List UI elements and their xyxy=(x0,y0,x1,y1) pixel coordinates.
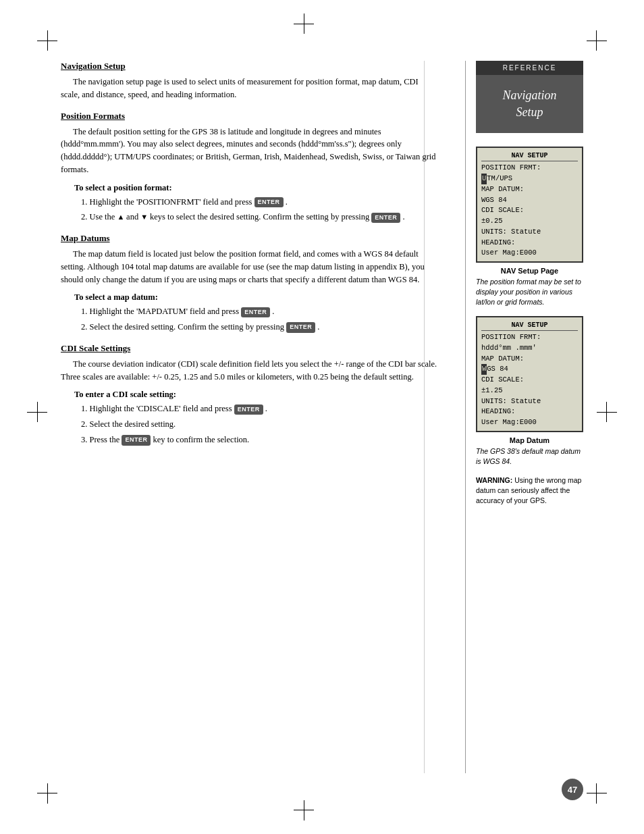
datum-step2: 2. Select the desired setting. Confirm t… xyxy=(81,321,438,334)
map-datums-body: The map datum field is located just belo… xyxy=(61,248,438,286)
screen1-row4: WGS 84 xyxy=(481,195,578,206)
screen1-caption: The position format may be set to displa… xyxy=(476,277,583,307)
enter-button-5: ENTER xyxy=(234,405,263,415)
datum-step2-text: 2. Select the desired setting. Confirm t… xyxy=(81,322,284,332)
nav-setup-title: NavigationSetup xyxy=(503,88,557,119)
nav-setup-heading: Navigation Setup xyxy=(61,61,438,72)
screen2-row3: MAP DATUM: xyxy=(481,354,578,365)
select-position-subheading: To select a position format: xyxy=(74,183,438,193)
step2-pre: 2. Use the xyxy=(81,212,115,221)
screen2-row2: hddd°mm .mmm' xyxy=(481,343,578,354)
screen2-caption-bold: Map Datum xyxy=(476,436,583,444)
screen1-row3: MAP DATUM: xyxy=(481,184,578,195)
gps-screen-2: NAV SETUP POSITION FRMT: hddd°mm .mmm' M… xyxy=(476,316,583,432)
gps-screen-1: NAV SETUP POSITION FRMT: UTM/UPS MAP DAT… xyxy=(476,147,583,263)
nav-setup-body: The navigation setup page is used to sel… xyxy=(61,76,438,101)
screen1-row8: HEADING: xyxy=(481,238,578,249)
screen2-caption: The GPS 38's default map datum is WGS 84… xyxy=(476,446,583,466)
nav-setup-title-box: NavigationSetup xyxy=(476,75,583,133)
cdi-step3-text: 3. Press the xyxy=(81,435,119,444)
map-datums-heading: Map Datums xyxy=(61,233,438,244)
left-column: Navigation Setup The navigation setup pa… xyxy=(61,61,445,773)
right-column: REFERENCE NavigationSetup NAV SETUP POSI… xyxy=(465,61,583,773)
enter-button-4: ENTER xyxy=(286,322,315,333)
up-arrow-icon: ▲ xyxy=(117,213,126,221)
cdi-step1: 1. Highlight the 'CDISCALE' field and pr… xyxy=(81,402,438,415)
screen2-row8: HEADING: xyxy=(481,407,578,417)
cdi-step3-post: key to confirm the selection. xyxy=(153,435,250,444)
position-step1: 1. Highlight the 'POSITIONFRMT' field an… xyxy=(81,196,438,209)
screen1-row1: POSITION FRMT: xyxy=(481,163,578,174)
enter-button-6: ENTER xyxy=(122,435,151,446)
position-step1-text: 1. Highlight the 'POSITIONFRMT' field an… xyxy=(81,197,252,207)
screen1-row2: UTM/UPS xyxy=(481,174,578,184)
step2-mid: and xyxy=(126,212,138,221)
enter-button-3: ENTER xyxy=(241,307,270,318)
cdi-step2: 2. Select the desired setting. xyxy=(81,418,438,431)
screen1-caption-bold: NAV Setup Page xyxy=(476,267,583,275)
screen2-row6: ±1.25 xyxy=(481,386,578,396)
screen1-row9: User Mag:E000 xyxy=(481,248,578,259)
datum-step1-text: 1. Highlight the 'MAPDATUM' field and pr… xyxy=(81,307,239,316)
position-formats-heading: Position Formats xyxy=(61,111,438,122)
enter-button-2: ENTER xyxy=(371,213,400,224)
screen2-row4: WGS 84 xyxy=(481,364,578,375)
datum-step1: 1. Highlight the 'MAPDATUM' field and pr… xyxy=(81,305,438,318)
select-datum-subheading: To select a map datum: xyxy=(74,292,438,303)
step2-post: keys to select the desired setting. Conf… xyxy=(150,212,369,221)
cdi-scale-subheading: To enter a CDI scale setting: xyxy=(74,390,438,400)
reference-tab: REFERENCE xyxy=(476,61,583,75)
period-1: . xyxy=(286,197,288,207)
screen2-row1: POSITION FRMT: xyxy=(481,332,578,343)
page-number: 47 xyxy=(562,779,583,800)
position-step2: 2. Use the ▲ and ▼ keys to select the de… xyxy=(81,211,438,224)
screen1-row7: UNITS: Statute xyxy=(481,227,578,238)
cdi-scale-heading: CDI Scale Settings xyxy=(61,343,438,354)
screen2-row7: UNITS: Statute xyxy=(481,396,578,407)
screen2-row5: CDI SCALE: xyxy=(481,375,578,386)
screen2-title: NAV SETUP xyxy=(481,320,578,331)
screen2-row9: User Mag:E000 xyxy=(481,417,578,428)
screen1-row5: CDI SCALE: xyxy=(481,205,578,216)
enter-button-1: ENTER xyxy=(254,197,284,208)
screen1-row6: ±0.25 xyxy=(481,216,578,227)
warning-text: WARNING: Using the wrong map datum can s… xyxy=(476,475,583,505)
warning-label: WARNING: xyxy=(476,476,512,484)
cdi-step2-text: 2. Select the desired setting. xyxy=(81,419,176,429)
cdi-step1-text: 1. Highlight the 'CDISCALE' field and pr… xyxy=(81,404,232,413)
position-formats-body: The default position setting for the GPS… xyxy=(61,126,438,176)
cdi-scale-body: The course deviation indicator (CDI) sca… xyxy=(61,358,438,384)
cdi-step3: 3. Press the ENTER key to confirm the se… xyxy=(81,434,438,446)
screen1-title: NAV SETUP xyxy=(481,151,578,161)
down-arrow-icon: ▼ xyxy=(140,213,150,221)
